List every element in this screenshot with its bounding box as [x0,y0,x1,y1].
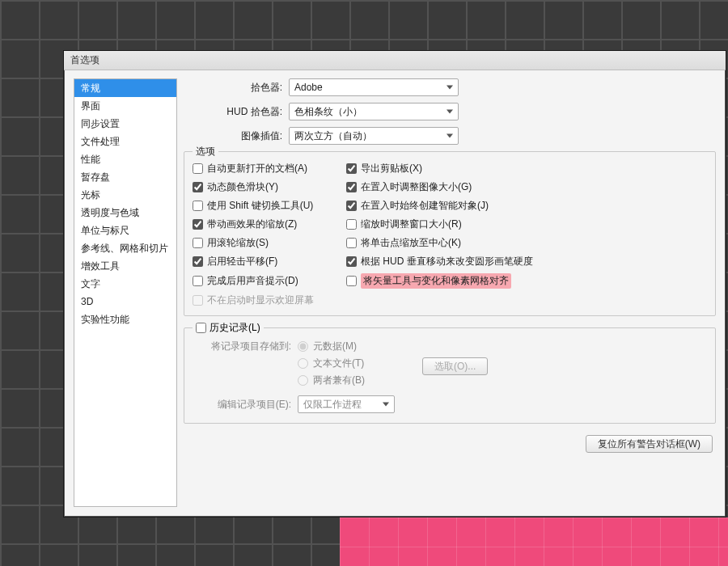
checkbox-input[interactable] [193,182,203,192]
history-select-button[interactable]: 选取(O)... [422,357,488,375]
sidebar-item[interactable]: 同步设置 [74,115,176,133]
sidebar-item[interactable]: 文字 [74,275,176,293]
option-checkbox: 不在启动时显示欢迎屏幕 [193,294,338,307]
checkbox-input[interactable] [193,201,203,211]
option-checkbox[interactable]: 启用轻击平移(F) [193,255,338,268]
radio-label: 元数据(M) [313,340,357,353]
sidebar-item[interactable]: 参考线、网格和切片 [74,239,176,257]
option-checkbox[interactable]: 将单击点缩放至中心(K) [346,236,707,250]
sidebar-item[interactable]: 实验性功能 [74,310,176,328]
option-label: 自动更新打开的文档(A) [207,162,307,175]
history-save-label: 将记录项目存储到: [193,340,298,353]
options-fieldset: 选项 自动更新打开的文档(A)导出剪贴板(X)动态颜色滑块(Y)在置入时调整图像… [184,151,716,316]
option-checkbox[interactable]: 动态颜色滑块(Y) [193,180,338,194]
checkbox-input[interactable] [346,182,357,192]
color-picker-value: Adobe [294,82,323,93]
radio-label: 文本文件(T) [313,357,364,370]
option-label: 用滚轮缩放(S) [207,236,269,250]
history-edit-value: 仅限工作进程 [303,398,362,412]
history-edit-select[interactable]: 仅限工作进程 [298,395,395,413]
option-checkbox[interactable]: 缩放时调整窗口大小(R) [346,218,707,231]
checkbox-input[interactable] [346,163,357,174]
sidebar-item[interactable]: 单位与标尺 [74,222,176,239]
history-radio[interactable]: 文本文件(T) [298,357,411,370]
preferences-main: 拾色器: Adobe HUD 拾色器: 色相条纹（小） 图像插值: 两次立方（自… [184,78,716,507]
radio-input[interactable] [298,341,308,352]
checkbox-input[interactable] [193,276,203,286]
hud-picker-select[interactable]: 色相条纹（小） [289,103,459,120]
hud-picker-label: HUD 拾色器: [184,105,289,119]
checkbox-input[interactable] [193,256,203,267]
sidebar-item[interactable]: 增效工具 [74,257,176,275]
history-enable-checkbox[interactable] [196,323,206,333]
sidebar-item[interactable]: 文件处理 [74,133,176,150]
radio-label: 两者兼有(B) [313,374,365,387]
interp-label: 图像插值: [184,129,289,143]
history-legend-text: 历史记录(L) [210,321,260,335]
sidebar-item[interactable]: 3D [74,293,176,310]
dialog-title: 首选项 [70,54,99,65]
checkbox-input[interactable] [346,201,357,211]
preferences-dialog: 首选项 常规界面同步设置文件处理性能暂存盘光标透明度与色域单位与标尺参考线、网格… [63,50,726,517]
options-legend: 选项 [193,145,218,158]
checkbox-input[interactable] [193,219,203,230]
option-checkbox[interactable]: 完成后用声音提示(D) [193,273,338,289]
interp-value: 两次立方（自动） [294,129,372,143]
option-label: 完成后用声音提示(D) [207,274,298,288]
sidebar-item[interactable]: 暂存盘 [74,168,176,186]
radio-input[interactable] [298,358,308,369]
option-label: 动态颜色滑块(Y) [207,180,278,194]
sidebar-item[interactable]: 界面 [74,97,176,115]
option-label: 带动画效果的缩放(Z) [207,218,297,231]
option-label: 缩放时调整窗口大小(R) [361,218,462,231]
checkbox-input[interactable] [193,163,203,174]
option-label: 启用轻击平移(F) [207,255,277,268]
option-label: 根据 HUD 垂直移动来改变圆形画笔硬度 [361,255,533,268]
option-label: 导出剪贴板(X) [361,162,422,175]
option-checkbox[interactable]: 在置入时调整图像大小(G) [346,180,707,194]
history-edit-label: 编辑记录项目(E): [193,398,298,412]
option-label: 使用 Shift 键切换工具(U) [207,199,313,213]
option-label: 在置入时始终创建智能对象(J) [361,199,489,213]
option-label: 在置入时调整图像大小(G) [361,180,472,194]
reset-warnings-button[interactable]: 复位所有警告对话框(W) [586,435,713,453]
history-radio[interactable]: 元数据(M) [298,340,411,353]
color-picker-select[interactable]: Adobe [289,78,459,96]
hud-picker-value: 色相条纹（小） [294,105,362,119]
interp-select[interactable]: 两次立方（自动） [289,127,459,145]
sidebar-item[interactable]: 透明度与色域 [74,204,176,222]
option-checkbox[interactable]: 使用 Shift 键切换工具(U) [193,199,338,213]
checkbox-input[interactable] [346,256,357,267]
option-label: 将矢量工具与变化和像素网格对齐 [361,273,511,289]
checkbox-input[interactable] [346,219,357,230]
checkbox-input[interactable] [193,238,203,248]
checkbox-input[interactable] [346,276,357,286]
canvas-pink-strip [340,517,728,566]
sidebar-item[interactable]: 光标 [74,186,176,204]
option-checkbox[interactable]: 自动更新打开的文档(A) [193,162,338,175]
option-label: 将单击点缩放至中心(K) [361,236,461,250]
radio-input[interactable] [298,375,308,386]
color-picker-label: 拾色器: [184,81,289,95]
sidebar-item[interactable]: 常规 [74,79,176,97]
sidebar-item[interactable]: 性能 [74,150,176,168]
option-checkbox[interactable]: 用滚轮缩放(S) [193,236,338,250]
option-checkbox[interactable]: 将矢量工具与变化和像素网格对齐 [346,273,707,289]
checkbox-input[interactable] [346,238,357,248]
history-legend: 历史记录(L) [193,321,264,335]
option-label: 不在启动时显示欢迎屏幕 [207,294,314,307]
history-fieldset: 历史记录(L) 将记录项目存储到: 元数据(M)文本文件(T)两者兼有(B) 选… [184,327,716,424]
option-checkbox[interactable]: 导出剪贴板(X) [346,162,707,175]
option-checkbox[interactable]: 带动画效果的缩放(Z) [193,218,338,231]
checkbox-input [193,295,203,306]
history-radio[interactable]: 两者兼有(B) [298,374,411,387]
option-checkbox[interactable]: 在置入时始终创建智能对象(J) [346,199,707,213]
dialog-titlebar: 首选项 [64,51,726,70]
preferences-sidebar: 常规界面同步设置文件处理性能暂存盘光标透明度与色域单位与标尺参考线、网格和切片增… [74,78,177,507]
option-checkbox[interactable]: 根据 HUD 垂直移动来改变圆形画笔硬度 [346,255,707,268]
